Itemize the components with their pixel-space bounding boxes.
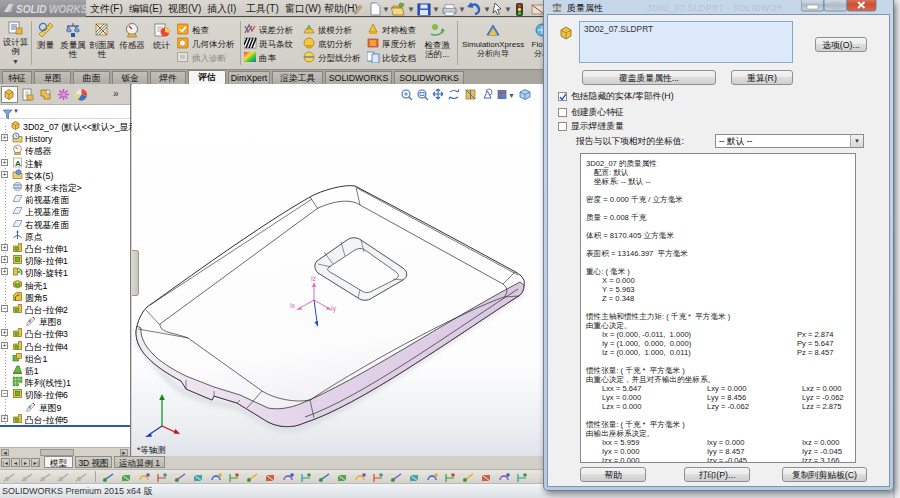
svg-text:▼: ▼ bbox=[382, 5, 390, 14]
svg-text:▼: ▼ bbox=[458, 5, 466, 14]
svg-text:SOLID: SOLID bbox=[16, 4, 47, 15]
svg-text:▼: ▼ bbox=[407, 5, 415, 14]
svg-text:▼: ▼ bbox=[508, 92, 515, 99]
svg-text:Ix: Ix bbox=[290, 302, 296, 309]
svg-text:A: A bbox=[15, 158, 21, 167]
svg-text:▼: ▼ bbox=[432, 5, 440, 14]
svg-text:Iz: Iz bbox=[311, 275, 316, 282]
svg-text:WORKS: WORKS bbox=[49, 4, 86, 15]
svg-text:Iy: Iy bbox=[331, 305, 337, 313]
svg-text:▼: ▼ bbox=[504, 5, 512, 14]
svg-text:▼: ▼ bbox=[483, 5, 491, 14]
